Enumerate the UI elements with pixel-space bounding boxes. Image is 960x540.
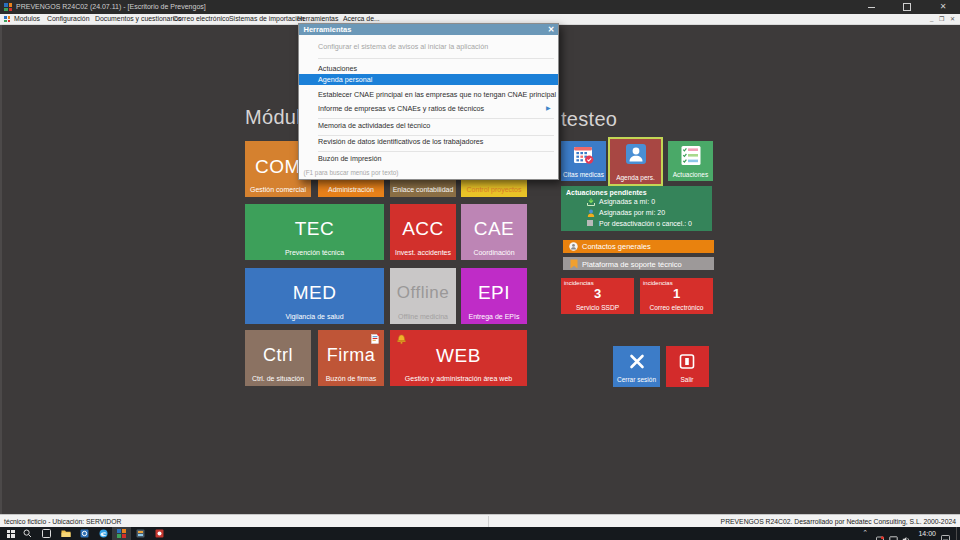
windows-taskbar: ⌃ 14:00 xyxy=(0,527,960,540)
cerrar-sesion-button[interactable]: Cerrar sesión xyxy=(613,346,660,387)
tray-notification-icon[interactable] xyxy=(876,530,884,538)
menu-configuracion[interactable]: Configuración xyxy=(47,15,90,22)
show-desktop-button[interactable] xyxy=(956,527,960,540)
status-user-location: técnico ficticio - Ubicación: SERVIDOR xyxy=(4,518,121,525)
windows-logo-icon xyxy=(7,530,15,538)
quick-tile-citas-medicas[interactable]: Citas medicas xyxy=(561,141,606,181)
salir-button[interactable]: Salir xyxy=(666,346,709,387)
quick-tile-actuaciones[interactable]: Actuaciones xyxy=(668,141,713,181)
edge-button[interactable] xyxy=(97,529,110,539)
menuitem-memoria-actividades[interactable]: Memoria de actividades del técnico xyxy=(299,120,558,132)
menu-sistemas-importacion[interactable]: Sistemas de importación xyxy=(229,15,304,22)
quick-tile-agenda-personal[interactable]: Agenda pers. xyxy=(608,137,663,186)
tile-web[interactable]: WEB Gestión y administración área web xyxy=(390,330,527,386)
tile-tec[interactable]: TEC Prevención técnica xyxy=(245,204,384,260)
tray-keyboard-icon[interactable] xyxy=(941,529,950,538)
menuitem-buzon-impresion[interactable]: Buzón de impresión xyxy=(299,153,558,165)
incident-tile-ssdp[interactable]: incidencias 3 Servicio SSDP xyxy=(561,278,634,314)
pending-row-assigned-by-me: Asignadas por mí: 20 xyxy=(599,209,665,216)
tile-ctrl[interactable]: Ctrl Ctrl. de situación xyxy=(245,330,311,386)
taskbar-active-app-prevengos[interactable] xyxy=(112,527,131,540)
menu-modulos[interactable]: Modulos xyxy=(14,15,40,22)
medical-calendar-icon xyxy=(573,145,595,166)
tile-firma[interactable]: Firma Buzón de firmas xyxy=(318,330,384,386)
menuitem-informe-empresas[interactable]: Informe de empresas vs CNAEs y ratios de… xyxy=(299,103,558,115)
close-icon: ✕ xyxy=(940,2,947,11)
popup-close-icon[interactable]: ✕ xyxy=(548,24,555,35)
tile-administracion-label: Administración xyxy=(318,186,384,193)
tile-tec-label: Prevención técnica xyxy=(245,249,384,256)
menu-documentos[interactable]: Documentos y cuestionarios xyxy=(95,15,182,22)
app-icon xyxy=(155,529,164,538)
contactos-generales-bar[interactable]: Contactos generales xyxy=(563,240,714,253)
menuitem-agenda-personal[interactable]: Agenda personal xyxy=(299,74,558,85)
notification-bell-icon xyxy=(396,334,407,345)
clock[interactable]: 14:00 xyxy=(918,530,936,537)
signature-document-icon xyxy=(371,333,380,344)
contacts-person-icon xyxy=(569,242,578,251)
tile-firma-label: Buzón de firmas xyxy=(318,375,384,382)
tile-control-label: Control proyectos xyxy=(461,186,527,193)
contactos-generales-label: Contactos generales xyxy=(582,242,651,251)
maximize-button[interactable] xyxy=(892,0,922,14)
tile-acc-label: Invest. accidentes xyxy=(390,249,456,256)
incident-ssdp-count: 3 xyxy=(561,286,634,301)
person-agenda-icon xyxy=(625,143,647,165)
tile-web-label: Gestión y administración área web xyxy=(390,375,527,382)
exit-icon xyxy=(679,353,696,370)
tile-cae-code: CAE xyxy=(461,213,527,246)
soporte-tecnico-bar[interactable]: Plataforma de soporte técnico xyxy=(563,257,714,270)
tile-acc-code: ACC xyxy=(390,213,456,246)
menu-separator xyxy=(318,58,554,59)
menu-acerca-de[interactable]: Acerca de... xyxy=(343,15,380,22)
outlook-button[interactable] xyxy=(78,529,91,539)
tray-chevron-icon[interactable]: ⌃ xyxy=(862,529,868,537)
search-icon xyxy=(23,529,32,538)
incident-ssdp-label: Servicio SSDP xyxy=(561,304,634,311)
tile-tec-code: TEC xyxy=(245,213,384,246)
menuitem-establecer-cnae[interactable]: Establecer CNAE principal en las empresa… xyxy=(299,89,558,101)
menuitem-configurar-avisos: Configurar el sistema de avisos al inici… xyxy=(299,41,558,53)
network-icon[interactable] xyxy=(889,530,898,540)
tile-epi[interactable]: EPI Entrega de EPIs xyxy=(461,268,527,324)
window-title: PREVENGOS R24C02 (24.07.11) - [Escritori… xyxy=(16,3,206,10)
start-button[interactable] xyxy=(4,529,17,539)
herramientas-popup-menu: Herramientas ✕ Configurar el sistema de … xyxy=(298,23,559,180)
assigned-to-me-icon xyxy=(587,198,595,206)
volume-icon[interactable] xyxy=(902,530,911,540)
taskbar-app-button-8[interactable] xyxy=(153,529,166,539)
menu-correo[interactable]: Correo electrónico xyxy=(173,15,229,22)
menuitem-revision-datos[interactable]: Revisión de datos identificativos de los… xyxy=(299,136,558,148)
taskbar-search-button[interactable] xyxy=(21,529,34,539)
popup-footer-hint: (F1 para buscar menús por texto) xyxy=(304,169,399,176)
close-button[interactable]: ✕ xyxy=(928,0,958,14)
menuitem-actuaciones[interactable]: Actuaciones ▶ xyxy=(299,63,558,75)
status-divider xyxy=(488,516,489,527)
edge-icon xyxy=(99,529,108,538)
task-view-button[interactable] xyxy=(40,529,53,539)
tile-com-label: Gestión comercial xyxy=(245,186,311,193)
minimize-button[interactable] xyxy=(856,0,886,14)
tile-web-code: WEB xyxy=(390,339,527,372)
salir-label: Salir xyxy=(666,376,709,383)
prevengos-app-window: PREVENGOS R24C02 (24.07.11) - [Escritori… xyxy=(0,0,960,540)
soporte-tecnico-label: Plataforma de soporte técnico xyxy=(582,260,682,269)
taskbar-app-button-7[interactable] xyxy=(134,529,147,539)
tile-epi-label: Entrega de EPIs xyxy=(461,313,527,320)
tile-acc[interactable]: ACC Invest. accidentes xyxy=(390,204,456,260)
assigned-by-me-icon xyxy=(587,209,595,217)
incident-correo-count: 1 xyxy=(640,286,713,301)
incident-tile-correo[interactable]: incidencias 1 Correo electrónico xyxy=(640,278,713,314)
tile-enlace-label: Enlace contabilidad xyxy=(390,186,456,193)
quick-actuaciones-label: Actuaciones xyxy=(668,171,713,178)
tile-med-label: Vigilancia de salud xyxy=(245,313,384,320)
menu-herramientas[interactable]: Herramientas xyxy=(297,15,338,22)
tile-med[interactable]: MED Vigilancia de salud xyxy=(245,268,384,324)
tile-offline[interactable]: Offline Offline medicina xyxy=(390,268,456,324)
tile-cae[interactable]: CAE Coordinación xyxy=(461,204,527,260)
outlook-icon xyxy=(80,529,89,538)
tile-epi-code: EPI xyxy=(461,277,527,310)
file-explorer-button[interactable] xyxy=(59,529,72,539)
mdi-window-controls[interactable]: _ ❐ ✕ xyxy=(930,15,957,22)
folder-icon xyxy=(61,529,71,538)
